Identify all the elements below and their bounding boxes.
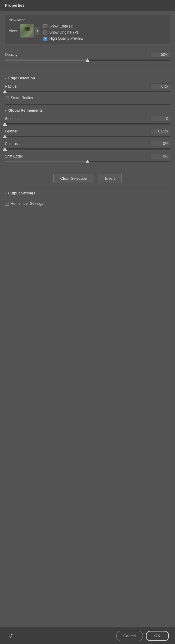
view-mode-label: View Mode — [9, 18, 166, 22]
double-arrow-icon: » — [171, 2, 173, 5]
feather-label: Feather: — [5, 129, 19, 133]
shift-edge-slider-track[interactable] — [5, 161, 170, 162]
radius-field: Radius: — [5, 83, 170, 92]
contrast-label-row: Contrast: — [5, 141, 170, 147]
smooth-label-row: Smooth: — [5, 116, 170, 122]
radius-input[interactable] — [151, 83, 170, 89]
smooth-field: Smooth: — [5, 116, 170, 125]
smart-radius-label: Smart Radius — [11, 96, 33, 100]
high-quality-label: High Quality Preview — [49, 36, 83, 41]
smooth-input[interactable] — [151, 116, 170, 122]
panel-content: View Mode View: ▼ — [0, 11, 175, 628]
opacity-slider-track[interactable] — [5, 60, 170, 61]
invert-button[interactable]: Invert — [98, 174, 122, 183]
opacity-section: Opacity: — [0, 48, 175, 66]
show-edge-checkbox[interactable] — [43, 24, 47, 28]
view-dropdown-button[interactable]: ▼ — [35, 27, 40, 35]
feather-field: Feather: — [5, 128, 170, 137]
show-original-row[interactable]: Show Original (P) — [43, 30, 166, 34]
feather-label-row: Feather: — [5, 128, 170, 134]
view-thumbnail-area: View: ▼ — [9, 24, 40, 38]
view-thumbnail-row: View: ▼ — [9, 24, 40, 38]
view-label: View: — [9, 29, 18, 33]
feather-slider-track[interactable] — [5, 136, 170, 137]
high-quality-checkbox[interactable] — [43, 37, 47, 41]
view-thumbnail[interactable] — [20, 24, 34, 38]
feather-input[interactable] — [151, 128, 170, 134]
shift-edge-slider-thumb[interactable] — [85, 160, 90, 163]
opacity-slider-fill — [5, 60, 88, 61]
bottom-buttons: Cancel OK — [116, 631, 169, 641]
contrast-slider-track[interactable] — [5, 148, 170, 150]
view-checkboxes-col: Show Edge (J) Show Original (P) High Qua… — [43, 24, 166, 41]
contrast-slider-thumb[interactable] — [3, 147, 7, 151]
contrast-label: Contrast: — [5, 142, 20, 146]
show-original-label: Show Original (P) — [49, 30, 78, 34]
remember-settings-label: Remember Settings — [11, 201, 43, 206]
panel-title: Properties — [5, 3, 24, 8]
radius-slider-thumb[interactable] — [3, 90, 7, 93]
global-refinements-header[interactable]: ▾ Global Refinements — [0, 105, 175, 116]
content-spacer — [0, 211, 175, 424]
thumbnail-bird-image — [20, 24, 33, 37]
radius-label-row: Radius: — [5, 83, 170, 89]
output-settings-chevron: › — [5, 192, 6, 195]
bottom-bar: ↺ Cancel OK — [0, 628, 175, 644]
view-mode-inner: View: ▼ Show Edge (J) — [9, 24, 166, 41]
show-edge-label: Show Edge (J) — [49, 24, 73, 28]
output-settings-title: Output Settings — [8, 191, 35, 195]
cancel-button[interactable]: Cancel — [116, 631, 143, 641]
shift-edge-field: Shift Edge: — [5, 153, 170, 162]
smart-radius-checkbox[interactable] — [5, 96, 9, 100]
opacity-row: Opacity: — [5, 52, 170, 58]
smart-radius-row[interactable]: Smart Radius — [5, 96, 170, 100]
global-refinements-body: Smooth: Feather: — [0, 116, 175, 170]
global-refinements-chevron: ▾ — [5, 109, 6, 112]
radius-label: Radius: — [5, 84, 17, 89]
edge-detection-body: Radius: Smart Radius — [0, 83, 175, 104]
contrast-field: Contrast: — [5, 141, 170, 150]
edge-detection-chevron: ▾ — [5, 77, 6, 80]
edge-detection-title: Edge Detection — [8, 76, 35, 80]
opacity-label: Opacity: — [5, 52, 18, 57]
clear-selection-button[interactable]: Clear Selection — [53, 174, 94, 183]
radius-slider-track[interactable] — [5, 91, 170, 92]
contrast-input[interactable] — [151, 141, 170, 147]
show-edge-row[interactable]: Show Edge (J) — [43, 24, 166, 28]
global-refinements-title: Global Refinements — [8, 108, 43, 113]
remember-settings-row[interactable]: Remember Settings — [0, 199, 175, 211]
show-original-checkbox[interactable] — [43, 31, 47, 34]
feather-slider-thumb[interactable] — [3, 135, 7, 138]
shift-edge-input[interactable] — [151, 153, 170, 159]
reset-button[interactable]: ↺ — [6, 632, 15, 640]
shift-edge-slider-fill — [5, 161, 88, 162]
shift-edge-label-row: Shift Edge: — [5, 153, 170, 159]
shift-edge-label: Shift Edge: — [5, 154, 23, 158]
spacer-1 — [0, 66, 175, 72]
panel-header: Properties — [0, 0, 175, 11]
opacity-slider-thumb[interactable] — [85, 58, 90, 62]
smooth-slider-thumb[interactable] — [3, 122, 7, 126]
output-settings-header[interactable]: › Output Settings — [0, 187, 175, 199]
opacity-input[interactable] — [151, 52, 170, 58]
smooth-slider-track[interactable] — [5, 123, 170, 125]
view-mode-section: View Mode View: ▼ — [0, 11, 175, 48]
view-mode-box: View Mode View: ▼ — [5, 15, 170, 44]
remember-settings-checkbox[interactable] — [5, 202, 9, 206]
smooth-label: Smooth: — [5, 117, 19, 121]
edge-detection-header[interactable]: ▾ Edge Detection — [0, 72, 175, 83]
action-buttons-row: Clear Selection Invert — [0, 170, 175, 187]
ok-button[interactable]: OK — [146, 631, 169, 641]
high-quality-row[interactable]: High Quality Preview — [43, 36, 166, 41]
